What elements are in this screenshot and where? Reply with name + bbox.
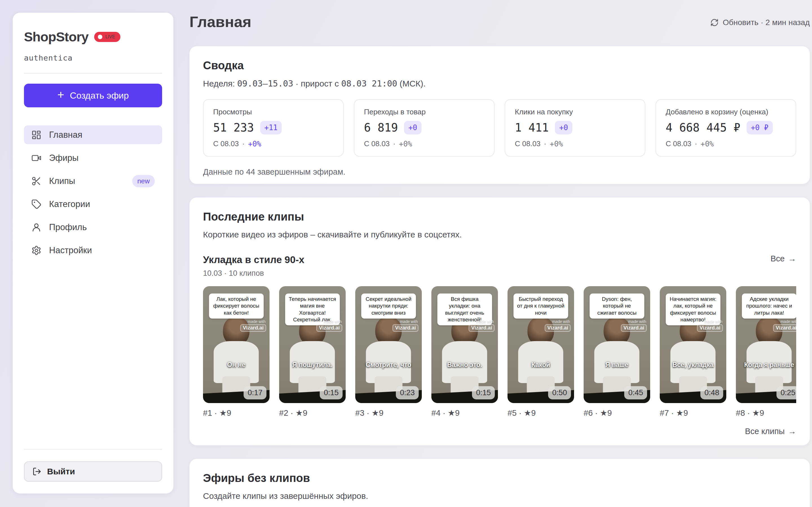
clip-group-meta: 10.03 · 10 клипов <box>203 269 304 278</box>
plus-icon: + <box>57 89 64 101</box>
clip-thumbnail[interactable]: Лак, который не фиксирует волосы как бет… <box>203 286 269 403</box>
gear-icon <box>31 245 42 256</box>
watermark-brand: Vizard.ai <box>698 325 722 331</box>
clip-duration-badge: 0:15 <box>472 386 495 399</box>
stat-value-row: 1 411 +0 <box>515 121 635 134</box>
clip-thumbnail[interactable]: Начинается магия: лак, который не фиксир… <box>660 286 726 403</box>
clip-duration-badge: 0:25 <box>776 386 796 399</box>
watermark-brand: Vizard.ai <box>545 325 570 331</box>
logout-button[interactable]: Выйти <box>24 461 162 482</box>
logout-icon <box>33 467 42 476</box>
stat-since: С 08.03 <box>364 139 390 148</box>
clip-top-caption: Быстрый переход от дня к гламурной ночи <box>513 293 568 319</box>
sidebar-item-streams[interactable]: Эфиры <box>24 149 162 167</box>
stat-pct: +0% <box>248 140 261 148</box>
sidebar-item-categories[interactable]: Категории <box>24 194 162 214</box>
clip-subtitle-overlay: Какой <box>507 361 574 369</box>
stat-dot: · <box>242 139 245 148</box>
all-clips-label: Все клипы <box>745 427 784 436</box>
sidebar-menu: Главная Эфиры Клипы new Категории Профил… <box>24 125 162 260</box>
watermark-made-with: made with <box>469 320 494 324</box>
clip-card: Начинается магия: лак, который не фиксир… <box>660 286 726 418</box>
stat-since: С 08.03 <box>213 139 239 148</box>
watermark-brand: Vizard.ai <box>469 325 494 331</box>
stat-dot: · <box>695 139 697 148</box>
stat-value-row: 51 233 +11 <box>213 121 334 134</box>
noclips-title: Эфиры без клипов <box>203 472 796 485</box>
all-clips-row: Все клипы → <box>203 427 796 436</box>
stat-value: 4 668 445 ₽ <box>666 121 741 134</box>
sidebar-item-settings[interactable]: Настройки <box>24 241 162 260</box>
all-clips-link[interactable]: Все клипы → <box>745 427 796 436</box>
watermark-made-with: made with <box>241 320 266 324</box>
stat-since: С 08.03 <box>666 139 691 148</box>
sidebar-item-label: Профиль <box>49 222 87 232</box>
arrow-right-icon: → <box>788 427 796 436</box>
create-stream-button[interactable]: + Создать эфир <box>24 83 162 107</box>
clip-duration-badge: 0:23 <box>396 386 419 399</box>
period-range: 09.03–15.03 <box>237 78 293 89</box>
clip-thumbnail[interactable]: Вся фишка укладки: она выглядит очень же… <box>432 286 498 403</box>
clip-duration-badge: 0:48 <box>700 386 723 399</box>
video-camera-icon <box>31 153 42 163</box>
sidebar-item-profile[interactable]: Профиль <box>24 218 162 237</box>
stat-pct: +0% <box>550 140 563 148</box>
streams-without-clips-card: Эфиры без клипов Создайте клипы из завер… <box>190 459 810 507</box>
create-stream-label: Создать эфир <box>70 91 129 101</box>
clip-card: Адские укладки прошлого: начес и литры л… <box>736 286 796 418</box>
period-text: · прирост с <box>293 79 341 88</box>
sidebar-item-home[interactable]: Главная <box>24 125 162 144</box>
scissors-icon <box>31 176 42 186</box>
group-all-link[interactable]: Все → <box>770 254 796 263</box>
summary-note: Данные по 44 завершенным эфирам. <box>203 167 796 177</box>
clip-duration-badge: 0:15 <box>320 386 343 399</box>
clips-card: Последние клипы Короткие видео из эфиров… <box>190 198 810 445</box>
clip-top-caption: Dyson: фен, который не сжигает волосы <box>590 293 644 319</box>
clip-top-caption: Адские укладки прошлого: начес и литры л… <box>742 293 796 319</box>
watermark-brand: Vizard.ai <box>317 325 342 331</box>
clip-meta: #2 · ★9 <box>279 408 346 418</box>
stat-label: Просмотры <box>213 108 334 116</box>
watermark-made-with: made with <box>317 320 342 324</box>
clip-card: Секрет идеальной накрутки пряди: смотрим… <box>355 286 422 418</box>
clip-card: Вся фишка укладки: она выглядит очень же… <box>432 286 498 418</box>
stat-footer: С 08.03 · +0% <box>515 139 635 148</box>
clip-subtitle-overlay: Все, укладка <box>660 361 726 369</box>
clip-thumbnail[interactable]: Адские укладки прошлого: начес и литры л… <box>736 286 796 403</box>
clip-subtitle-overlay: Когда я раньше <box>736 361 796 369</box>
stat-pct: +0% <box>399 140 412 148</box>
clips-title: Последние клипы <box>203 210 796 223</box>
stat-label: Добавлено в корзину (оценка) <box>666 108 786 116</box>
noclips-subtitle: Создайте клипы из завершённых эфиров. <box>203 491 796 501</box>
clip-thumbnail[interactable]: Dyson: фен, который не сжигает волосы ma… <box>583 286 650 403</box>
clip-thumbnail[interactable]: Секрет идеальной накрутки пряди: смотрим… <box>355 286 422 403</box>
clip-top-caption: Лак, который не фиксирует волосы как бет… <box>209 293 264 319</box>
stat-label: Переходы в товар <box>364 108 485 116</box>
clip-meta: #4 · ★9 <box>432 408 498 418</box>
stat-footer: С 08.03 · +0% <box>213 139 334 148</box>
stat-dot: · <box>393 139 396 148</box>
vizard-watermark: made with Vizard.ai <box>621 320 646 331</box>
vizard-watermark: made with Vizard.ai <box>241 320 266 331</box>
clip-subtitle-overlay: Смотрите, что <box>355 361 422 369</box>
sidebar-item-clips[interactable]: Клипы new <box>24 172 162 190</box>
sidebar-divider-top <box>24 73 162 73</box>
watermark-brand: Vizard.ai <box>393 325 418 331</box>
live-badge-label: LIVE <box>105 34 115 40</box>
clip-thumbnail[interactable]: Быстрый переход от дня к гламурной ночи … <box>507 286 574 403</box>
sidebar-item-label: Клипы <box>49 176 75 186</box>
tag-icon <box>31 199 42 209</box>
refresh-control[interactable]: Обновить · 2 мин назад <box>710 18 810 27</box>
stat-delta-badge: +0 <box>555 121 572 134</box>
sidebar-item-label: Эфиры <box>49 153 79 163</box>
vizard-watermark: made with Vizard.ai <box>545 320 570 331</box>
stat-delta-badge: +11 <box>260 121 282 134</box>
sidebar-divider-bottom <box>24 449 162 450</box>
clip-subtitle-overlay: Я пошутила. <box>279 361 346 369</box>
clip-meta: #7 · ★9 <box>660 408 726 418</box>
clip-thumbnail[interactable]: Теперь начинается магия вне Хогвартса! С… <box>279 286 346 403</box>
vizard-watermark: made with Vizard.ai <box>774 320 796 331</box>
watermark-brand: Vizard.ai <box>621 325 646 331</box>
clip-top-caption: Секрет идеальной накрутки пряди: смотрим… <box>361 293 416 319</box>
stat-pct: +0% <box>701 140 714 148</box>
